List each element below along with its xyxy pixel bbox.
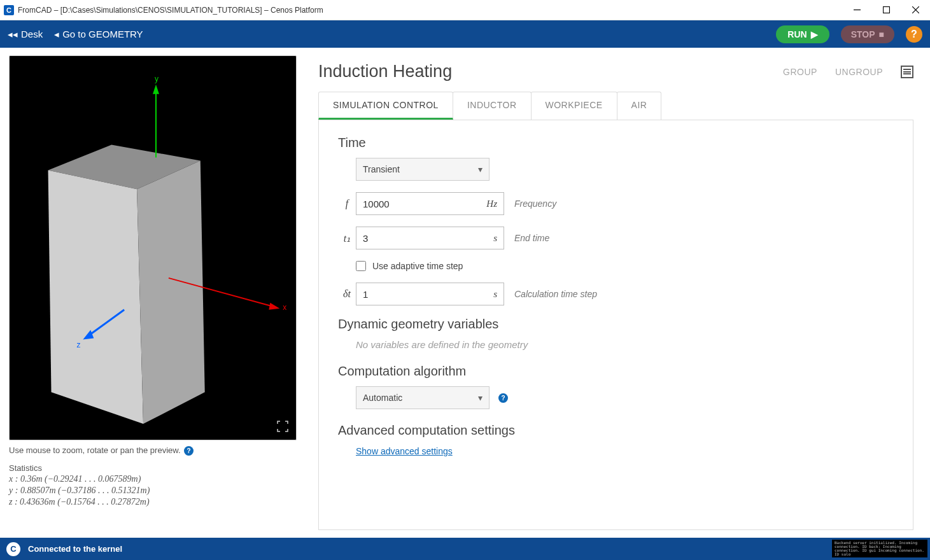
close-button[interactable] — [901, 0, 930, 20]
goto-geometry-link[interactable]: ◂ Go to GEOMETRY — [54, 29, 143, 40]
stop-icon: ■ — [879, 29, 884, 39]
algorithm-select[interactable]: Automatic ▾ — [356, 386, 490, 409]
dt-symbol: δt — [338, 288, 356, 300]
stop-button[interactable]: STOP ■ — [841, 25, 894, 43]
svg-marker-6 — [137, 160, 205, 424]
back-icon: ◂ — [54, 29, 59, 40]
tab-content: Time Transient ▾ f Hz Frequency t₁ — [318, 120, 913, 530]
info-icon[interactable]: ? — [184, 446, 194, 456]
freq-label: Frequency — [514, 199, 556, 209]
viewport-3d[interactable]: y x z — [9, 55, 297, 440]
page-title: Induction Heating — [318, 62, 452, 81]
svg-text:y: y — [155, 74, 159, 83]
chevron-down-icon: ▾ — [478, 393, 483, 403]
svg-marker-5 — [48, 170, 144, 424]
stats-x: x : 0.36m (−0.29241 . . . 0.067589m) — [9, 474, 297, 484]
run-label: RUN — [787, 29, 807, 39]
status-text: Connected to the kernel — [28, 544, 122, 554]
tabs: SIMULATION CONTROL INDUCTOR WORKPIECE AI… — [318, 92, 913, 120]
titlebar: C FromCAD – [D:\Cases\Simulations\CENOS\… — [0, 0, 930, 20]
list-icon[interactable] — [901, 66, 913, 78]
desk-label: Desk — [21, 29, 43, 39]
desk-link[interactable]: ◂◂ Desk — [8, 29, 43, 40]
show-advanced-link[interactable]: Show advanced settings — [356, 446, 453, 456]
tab-air[interactable]: AIR — [617, 92, 662, 120]
log-console[interactable]: Backend server initialized. Incoming con… — [832, 540, 927, 557]
stats-y: y : 0.88507m (−0.37186 . . . 0.51321m) — [9, 486, 297, 496]
tab-inductor[interactable]: INDUCTOR — [453, 92, 532, 120]
goto-geometry-label: Go to GEOMETRY — [62, 29, 143, 39]
freq-unit: Hz — [486, 199, 497, 209]
stats-z: z : 0.43636m (−0.15764 . . . 0.27872m) — [9, 497, 297, 507]
kernel-icon: C — [6, 542, 20, 556]
dt-unit: s — [493, 289, 497, 300]
algorithm-value: Automatic — [363, 393, 402, 403]
chevron-down-icon: ▾ — [478, 164, 483, 174]
adaptive-label: Use adaptive time step — [372, 261, 463, 271]
minimize-button[interactable] — [842, 0, 871, 20]
app-icon: C — [4, 5, 14, 15]
endtime-input[interactable] — [363, 233, 493, 244]
geometry-preview: y x z — [10, 56, 296, 440]
viewport-hint: Use mouse to zoom, rotate or pan the pre… — [9, 445, 297, 456]
tab-workpiece[interactable]: WORKPIECE — [531, 92, 617, 120]
statusbar: C Connected to the kernel Backend server… — [0, 538, 930, 560]
rewind-icon: ◂◂ — [8, 29, 18, 40]
stop-label: STOP — [851, 29, 875, 39]
section-algo: Computation algorithm — [338, 364, 894, 379]
dyn-note: No variables are defined in the geometry — [356, 339, 894, 350]
section-dyn: Dynamic geometry variables — [338, 317, 894, 332]
frequency-input[interactable] — [363, 199, 486, 209]
time-mode-value: Transient — [363, 164, 400, 174]
maximize-button[interactable] — [871, 0, 901, 20]
stats-header: Statistics — [9, 463, 297, 473]
svg-text:z: z — [76, 340, 80, 349]
adaptive-checkbox[interactable] — [356, 261, 366, 271]
settings-panel: Induction Heating GROUP UNGROUP SIMULATI… — [306, 48, 930, 538]
help-button[interactable]: ? — [906, 26, 922, 43]
toolbar: ◂◂ Desk ◂ Go to GEOMETRY RUN ▶ STOP ■ ? — [0, 20, 930, 48]
run-button[interactable]: RUN ▶ — [776, 25, 829, 43]
time-mode-select[interactable]: Transient ▾ — [356, 158, 490, 181]
endtime-unit: s — [493, 233, 497, 244]
dt-label: Calculation time step — [514, 289, 597, 299]
algo-help-icon[interactable]: ? — [498, 393, 508, 403]
endtime-label: End time — [514, 233, 549, 243]
ungroup-button[interactable]: UNGROUP — [835, 67, 883, 77]
tab-simulation-control[interactable]: SIMULATION CONTROL — [318, 92, 453, 120]
group-button[interactable]: GROUP — [783, 67, 817, 77]
preview-panel: y x z Use mouse to zoom, rotate or pan t… — [0, 48, 306, 538]
svg-rect-1 — [883, 7, 889, 13]
fullscreen-icon[interactable] — [277, 421, 288, 432]
section-adv: Advanced computation settings — [338, 423, 894, 438]
svg-text:x: x — [283, 303, 286, 312]
svg-marker-8 — [153, 85, 159, 94]
window-title: FromCAD – [D:\Cases\Simulations\CENOS\SI… — [18, 6, 323, 15]
play-icon: ▶ — [811, 29, 818, 39]
svg-marker-11 — [269, 303, 279, 310]
endtime-symbol: t₁ — [338, 232, 356, 244]
section-time: Time — [338, 136, 894, 150]
freq-symbol: f — [338, 198, 356, 209]
timestep-input[interactable] — [363, 289, 493, 300]
